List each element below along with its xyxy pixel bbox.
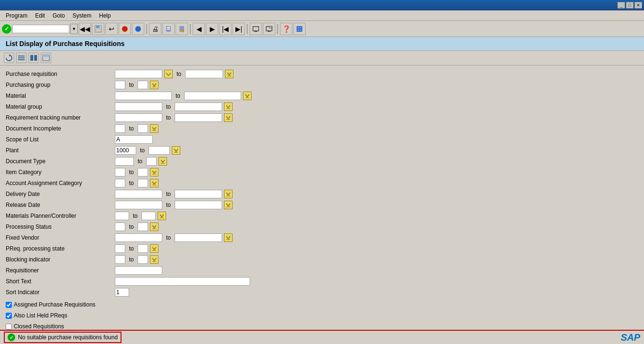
close-button[interactable]: ✕	[635, 2, 642, 9]
maximize-button[interactable]: □	[626, 2, 634, 9]
to-input-blocking[interactable]	[138, 255, 148, 264]
save-button[interactable]	[92, 23, 104, 35]
input-plant[interactable]	[115, 146, 136, 155]
menu-system[interactable]: System	[69, 11, 95, 20]
select-blocking[interactable]	[150, 255, 159, 264]
menu-program[interactable]: Program	[2, 11, 31, 20]
select-req-tracking[interactable]	[224, 113, 233, 122]
svg-rect-21	[300, 29, 301, 31]
select-plant[interactable]	[172, 146, 180, 155]
svg-rect-29	[43, 55, 49, 57]
select-purchase-requisition[interactable]	[164, 70, 173, 78]
to-input-material[interactable]	[184, 92, 241, 100]
input-material[interactable]	[115, 92, 172, 100]
cb-assigned-preqs[interactable]	[6, 302, 12, 308]
last-btn[interactable]: ▶|	[233, 23, 245, 35]
select-purchasing-group[interactable]	[150, 81, 159, 89]
input-requisitioner[interactable]	[115, 266, 162, 275]
first-btn[interactable]: |◀	[219, 23, 232, 35]
to-input-account-assign[interactable]	[138, 179, 148, 187]
input-account-assign[interactable]	[115, 179, 125, 187]
select-account-assign[interactable]	[150, 179, 159, 187]
label-purchase-requisition: Purchase requisition	[6, 71, 115, 77]
select-fixed-vendor[interactable]	[224, 233, 233, 242]
field-plant: to	[115, 146, 180, 155]
title-bar-buttons[interactable]: _ □ ✕	[617, 2, 642, 9]
select-mat-planner[interactable]	[158, 212, 166, 220]
undo-button[interactable]: ↩	[105, 23, 118, 35]
layout-btn-3[interactable]	[41, 53, 51, 63]
to-input-purchasing-group[interactable]	[138, 81, 148, 89]
help-btn[interactable]: ❓	[280, 23, 292, 35]
user-btn-1[interactable]	[162, 23, 175, 35]
input-delivery-date[interactable]	[115, 190, 162, 198]
red-circle-btn[interactable]	[119, 23, 131, 35]
input-doc-incomplete[interactable]	[115, 124, 125, 133]
layout-btn-2[interactable]	[28, 53, 39, 63]
to-input-fixed-vendor[interactable]	[175, 233, 222, 242]
to-input-item-category[interactable]	[138, 168, 148, 177]
input-fixed-vendor[interactable]	[115, 233, 162, 242]
to-input-doc-incomplete[interactable]	[138, 124, 148, 133]
menu-help[interactable]: Help	[95, 11, 115, 20]
execute-button[interactable]	[2, 24, 11, 34]
input-doc-type[interactable]	[115, 157, 134, 166]
to-input-mat-planner[interactable]	[141, 212, 156, 220]
select-material-group[interactable]	[224, 102, 233, 111]
input-blocking[interactable]	[115, 255, 125, 264]
form-scroll[interactable]: Purchase requisition to Purchasing group	[0, 65, 644, 330]
input-material-group[interactable]	[115, 102, 162, 111]
label-material-group: Material group	[6, 103, 115, 110]
menu-goto[interactable]: Goto	[49, 11, 69, 20]
select-preq-state[interactable]	[150, 244, 159, 253]
input-processing-status[interactable]	[115, 223, 125, 231]
blue-circle-btn[interactable]	[132, 23, 144, 35]
to-input-processing-status[interactable]	[138, 223, 148, 231]
to-input-release-date[interactable]	[175, 201, 222, 209]
nav-input[interactable]	[12, 25, 69, 33]
cb-closed-reqs[interactable]	[6, 324, 12, 330]
input-mat-planner[interactable]	[115, 212, 129, 220]
input-release-date[interactable]	[115, 201, 162, 209]
input-req-tracking[interactable]	[115, 113, 162, 122]
select-release-date[interactable]	[224, 201, 233, 209]
nav-dropdown-button[interactable]: ▼	[70, 24, 78, 34]
screen-btn-2[interactable]	[263, 23, 275, 35]
menu-edit[interactable]: Edit	[31, 11, 49, 20]
next-btn[interactable]: ▶	[206, 23, 218, 35]
minimize-button[interactable]: _	[617, 2, 625, 9]
back-nav-button[interactable]: ◀◀	[79, 23, 91, 35]
svg-rect-19	[300, 27, 301, 28]
input-purchasing-group[interactable]	[115, 81, 125, 89]
layout-btn-1[interactable]	[16, 53, 27, 63]
input-short-text[interactable]	[115, 277, 250, 286]
input-sort-indicator[interactable]	[115, 288, 129, 297]
refresh-btn[interactable]	[4, 53, 14, 63]
select-doc-type[interactable]	[159, 157, 167, 166]
select-delivery-date[interactable]	[224, 190, 233, 198]
to-input-plant[interactable]	[149, 146, 170, 155]
cb-also-list[interactable]	[6, 313, 12, 319]
to-input-delivery-date[interactable]	[175, 190, 222, 198]
select-doc-incomplete[interactable]	[150, 124, 159, 133]
label-doc-incomplete: Document Incomplete	[6, 125, 115, 132]
prev-btn[interactable]: ◀	[193, 23, 205, 35]
select-processing-status[interactable]	[150, 223, 159, 231]
label-requisitioner: Requisitioner	[6, 267, 115, 274]
select-material[interactable]	[243, 92, 252, 100]
select-item-category[interactable]	[150, 168, 159, 177]
to-input-doc-type[interactable]	[146, 157, 157, 166]
to-input-material-group[interactable]	[175, 102, 222, 111]
select-purchase-req-to[interactable]	[225, 70, 233, 78]
print-button[interactable]: 🖨	[149, 23, 161, 35]
input-preq-state[interactable]	[115, 244, 125, 253]
to-input-purchase-requisition[interactable]	[185, 70, 223, 78]
user-btn-2[interactable]: +	[176, 23, 188, 35]
input-purchase-requisition[interactable]	[115, 70, 162, 78]
input-scope-list[interactable]	[115, 135, 153, 144]
input-item-category[interactable]	[115, 168, 125, 177]
screen-btn-1[interactable]	[250, 23, 262, 35]
to-input-req-tracking[interactable]	[175, 113, 222, 122]
to-input-preq-state[interactable]	[138, 244, 148, 253]
config-btn[interactable]	[293, 23, 306, 35]
